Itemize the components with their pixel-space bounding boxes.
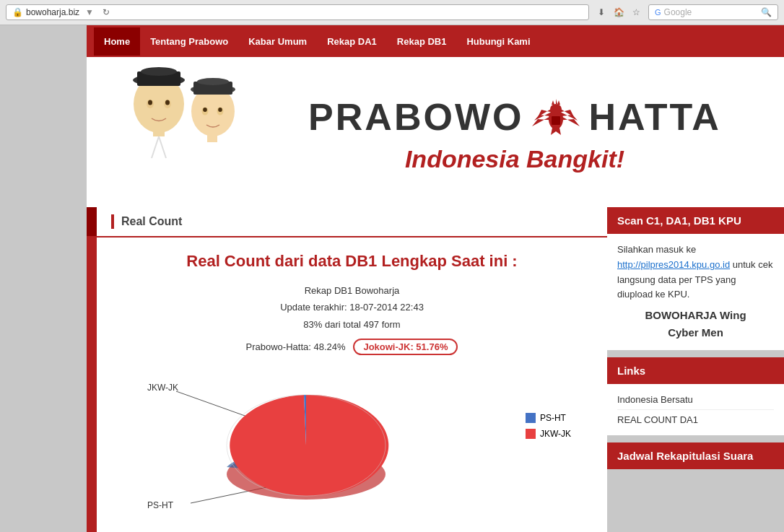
chart-title: Real Count dari data DB1 Lengkap Saat in… bbox=[111, 252, 593, 271]
legend-jkwjk: JKW-JK bbox=[526, 429, 571, 439]
wing-text2: Cyber Men bbox=[617, 324, 774, 341]
scan-body-text: Silahkan masuk ke bbox=[617, 244, 696, 255]
chart-container: JKW-JK bbox=[111, 370, 593, 514]
legend-psht-color bbox=[526, 413, 536, 423]
nav-home[interactable]: Home bbox=[94, 27, 140, 56]
real-count-body: Real Count dari data DB1 Lengkap Saat in… bbox=[97, 237, 607, 532]
form-text: 83% dari total 497 form bbox=[111, 316, 593, 333]
search-icon[interactable]: 🔍 bbox=[761, 7, 772, 17]
search-placeholder: Google bbox=[664, 7, 692, 17]
garuda-icon bbox=[531, 92, 581, 142]
home-icon[interactable]: 🏠 bbox=[612, 6, 625, 19]
section-title: Real Count bbox=[121, 215, 182, 228]
banner-illustration bbox=[101, 64, 260, 200]
sidebar-scan-header: Scan C1, DA1, DB1 KPU bbox=[607, 207, 784, 234]
browser-chrome: 🔒 bowoharja.biz ▼ ↻ ⬇ 🏠 ☆ G Google 🔍 bbox=[0, 0, 784, 25]
legend-psht: PS-HT bbox=[526, 413, 571, 423]
pie-chart-visual bbox=[198, 380, 414, 509]
banner-title-right: HATTA bbox=[588, 95, 720, 139]
svg-rect-17 bbox=[193, 142, 232, 194]
nav-kabar-umum[interactable]: Kabar Umum bbox=[238, 27, 317, 56]
svg-rect-24 bbox=[552, 116, 560, 125]
page-wrapper: Home Tentang Prabowo Kabar Umum Rekap DA… bbox=[0, 25, 784, 532]
sidebar-scan-body: Silahkan masuk ke http://pilpres2014.kpu… bbox=[607, 234, 784, 350]
svg-point-20 bbox=[203, 108, 207, 112]
svg-point-3 bbox=[141, 67, 177, 76]
legend-jkwjk-color bbox=[526, 429, 536, 439]
chart-legend: PS-HT JKW-JK bbox=[526, 413, 571, 439]
bookmark-icon[interactable]: ☆ bbox=[630, 6, 643, 19]
sidebar-jadwal-section: Jadwal Rekapitulasi Suara bbox=[607, 442, 784, 469]
update-text: Update terakhir: 18-07-2014 22:43 bbox=[111, 299, 593, 315]
rekap-label: Rekap DB1 Bowoharja Update terakhir: 18-… bbox=[111, 282, 593, 333]
link-real-count-da1[interactable]: REAL COUNT DA1 bbox=[617, 410, 774, 429]
sidebar-jadwal-header: Jadwal Rekapitulasi Suara bbox=[607, 442, 784, 469]
vote-summary: Prabowo-Hatta: 48.24% Jokowi-JK: 51.76% bbox=[111, 339, 593, 355]
pie-chart-svg bbox=[198, 380, 414, 507]
navigation: Home Tentang Prabowo Kabar Umum Rekap DA… bbox=[87, 25, 784, 57]
rekap-text: Rekap DB1 Bowoharja bbox=[111, 282, 593, 299]
svg-point-21 bbox=[218, 108, 222, 112]
real-count-header: Real Count bbox=[97, 207, 607, 237]
wing-text1: BOWOHARJA Wing bbox=[617, 307, 774, 324]
banner-text: PRABOWO bbox=[260, 77, 770, 188]
prabowo-pct: Prabowo-Hatta: 48.24% bbox=[246, 341, 346, 352]
sidebar-links-body: Indonesia Bersatu REAL COUNT DA1 bbox=[607, 384, 784, 435]
sidebar-links-header: Links bbox=[607, 357, 784, 384]
content-column: Real Count Real Count dari data DB1 Leng… bbox=[97, 207, 607, 532]
browser-icons: ⬇ 🏠 ☆ bbox=[595, 6, 643, 19]
link-indonesia-bersatu[interactable]: Indonesia Bersatu bbox=[617, 390, 774, 410]
google-icon: G bbox=[655, 8, 661, 17]
svg-point-10 bbox=[148, 100, 152, 105]
legend-jkwjk-label: JKW-JK bbox=[540, 429, 571, 439]
left-accent bbox=[87, 207, 97, 532]
dropdown-icon: ▼ bbox=[85, 7, 94, 17]
nav-rekap-db1[interactable]: Rekap DB1 bbox=[387, 27, 457, 56]
svg-point-11 bbox=[165, 100, 170, 105]
candidates-illustration bbox=[101, 64, 260, 198]
psht-axis-label: PS-HT bbox=[147, 500, 173, 510]
jokowi-badge: Jokowi-JK: 51.76% bbox=[353, 339, 458, 355]
search-bar[interactable]: G Google 🔍 bbox=[648, 4, 778, 20]
right-sidebar: Scan C1, DA1, DB1 KPU Silahkan masuk ke … bbox=[607, 207, 784, 532]
svg-point-15 bbox=[197, 78, 229, 85]
reload-icon[interactable]: ↻ bbox=[103, 7, 110, 17]
banner-subtitle: Indonesia Bangkit! bbox=[405, 145, 624, 173]
jkwjk-axis-label: JKW-JK bbox=[147, 383, 178, 393]
nav-rekap-da1[interactable]: Rekap DA1 bbox=[317, 27, 387, 56]
legend-psht-label: PS-HT bbox=[540, 413, 566, 423]
main-content: Real Count Real Count dari data DB1 Leng… bbox=[87, 207, 784, 532]
sidebar-links-section: Links Indonesia Bersatu REAL COUNT DA1 bbox=[607, 357, 784, 435]
header-banner: PRABOWO bbox=[87, 57, 784, 207]
url-text: bowoharja.biz bbox=[26, 7, 79, 17]
svg-rect-5 bbox=[137, 136, 180, 194]
sidebar-scan-section: Scan C1, DA1, DB1 KPU Silahkan masuk ke … bbox=[607, 207, 784, 350]
kpu-link[interactable]: http://pilpres2014.kpu.go.id bbox=[617, 259, 730, 270]
banner-title-left: PRABOWO bbox=[308, 95, 523, 139]
url-bar[interactable]: 🔒 bowoharja.biz ▼ ↻ bbox=[6, 4, 589, 20]
nav-hubungi-kami[interactable]: Hubungi Kami bbox=[456, 27, 540, 56]
download-icon[interactable]: ⬇ bbox=[595, 6, 608, 19]
nav-tentang-prabowo[interactable]: Tentang Prabowo bbox=[140, 27, 238, 56]
secure-icon: 🔒 bbox=[12, 7, 23, 17]
wing-text: BOWOHARJA Wing Cyber Men bbox=[617, 307, 774, 341]
